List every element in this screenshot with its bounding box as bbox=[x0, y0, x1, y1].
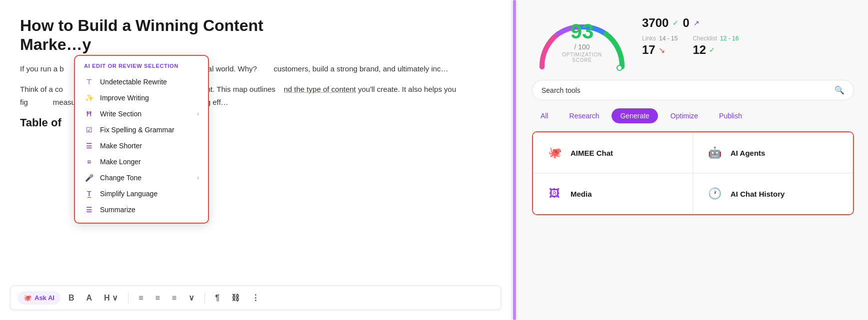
ai-chat-history-label: AI Chat History bbox=[730, 190, 784, 198]
aimee-chat-label: AIMEE Chat bbox=[570, 149, 613, 157]
checklist-trend-icon: ✓ bbox=[709, 46, 715, 54]
stats-row-top: 3700 ✓ 0 ↗ bbox=[642, 16, 854, 30]
tab-optimize[interactable]: Optimize bbox=[662, 108, 706, 123]
write-section-arrow: › bbox=[197, 110, 199, 117]
context-menu: AI Edit or Review Selection ⊤ Undetectab… bbox=[74, 55, 209, 224]
bold-button[interactable]: B bbox=[64, 291, 78, 306]
summarize-icon: ☰ bbox=[84, 206, 94, 214]
zero-trend-icon: ↗ bbox=[694, 19, 700, 27]
aimee-chat-icon: 🐙 bbox=[546, 144, 564, 162]
bottom-toolbar: 🐙 Ask AI B A H ∨ ≡ ≡ ≡ ∨ ¶ ⛓ ⋮ bbox=[10, 286, 501, 310]
tab-generate[interactable]: Generate bbox=[612, 108, 658, 123]
tool-ai-chat-history[interactable]: 🕐 AI Chat History bbox=[693, 173, 853, 214]
ask-ai-label: Ask AI bbox=[34, 294, 54, 302]
stat-links: Links 14 - 15 17 ↘ bbox=[642, 35, 678, 57]
article-title: How to Build a Winning Content Marke…y bbox=[20, 16, 491, 54]
improve-icon: ✨ bbox=[84, 94, 94, 102]
ask-ai-icon: 🐙 bbox=[24, 294, 32, 302]
menu-label-undetectable-rewrite: Undetectable Rewrite bbox=[100, 78, 167, 86]
menu-label-fix-spelling: Fix Spelling & Grammar bbox=[100, 126, 174, 134]
words-value: 3700 bbox=[642, 16, 668, 30]
menu-item-simplify[interactable]: T̲ Simplify Language bbox=[75, 186, 208, 202]
paragraph-button[interactable]: ¶ bbox=[211, 291, 224, 306]
align-left-button[interactable]: ≡ bbox=[134, 291, 147, 306]
toolbar-divider-1 bbox=[128, 293, 128, 304]
more-button[interactable]: ⋮ bbox=[248, 290, 264, 306]
score-denominator: / 100 bbox=[557, 43, 607, 51]
heading-label: H bbox=[104, 294, 110, 302]
score-area: 93 / 100 Optimization Score 3700 ✓ 0 ↗ bbox=[532, 12, 854, 72]
menu-item-make-longer[interactable]: ≡ Make Longer bbox=[75, 154, 208, 170]
tab-publish[interactable]: Publish bbox=[710, 108, 750, 123]
tone-icon: 🎤 bbox=[84, 174, 94, 182]
links-checklist-row: Links 14 - 15 17 ↘ Checklist 12 - 16 12 bbox=[642, 35, 854, 57]
simplify-icon: T̲ bbox=[84, 190, 94, 198]
heading-button[interactable]: H ∨ bbox=[100, 290, 122, 306]
panel-resize-handle[interactable] bbox=[513, 0, 516, 320]
menu-item-write-section[interactable]: Ħ Write Section › bbox=[75, 106, 208, 122]
rewrite-icon: ⊤ bbox=[84, 78, 94, 86]
align-center-button[interactable]: ≡ bbox=[151, 291, 164, 306]
media-label: Media bbox=[570, 190, 592, 198]
tool-media[interactable]: 🖼 Media bbox=[533, 173, 693, 214]
list-dropdown-button[interactable]: ∨ bbox=[184, 290, 198, 306]
search-icon: 🔍 bbox=[834, 85, 844, 95]
tools-grid: 🐙 AIMEE Chat 🤖 AI Agents 🖼 Media 🕐 AI Ch… bbox=[532, 131, 854, 215]
context-menu-header: AI Edit or Review Selection bbox=[75, 61, 208, 74]
tab-all[interactable]: All bbox=[532, 108, 557, 123]
zero-value: 0 bbox=[682, 16, 689, 30]
shorter-icon: ☰ bbox=[84, 142, 94, 150]
menu-item-make-shorter[interactable]: ☰ Make Shorter bbox=[75, 138, 208, 154]
gauge-score: 93 / 100 Optimization Score bbox=[557, 21, 607, 63]
menu-label-make-shorter: Make Shorter bbox=[100, 142, 142, 150]
tool-ai-agents[interactable]: 🤖 AI Agents bbox=[693, 132, 853, 173]
toolbar-divider-2 bbox=[204, 293, 205, 304]
search-bar[interactable]: 🔍 bbox=[532, 80, 854, 100]
links-trend-icon: ↘ bbox=[658, 45, 665, 55]
checklist-range: 12 - 16 bbox=[720, 35, 738, 42]
checklist-value: 12 bbox=[692, 43, 706, 57]
menu-item-undetectable-rewrite[interactable]: ⊤ Undetectable Rewrite bbox=[75, 74, 208, 90]
ai-chat-history-icon: 🕐 bbox=[706, 185, 724, 203]
tool-aimee-chat[interactable]: 🐙 AIMEE Chat bbox=[533, 132, 693, 173]
menu-item-fix-spelling[interactable]: ☑ Fix Spelling & Grammar bbox=[75, 122, 208, 138]
ai-agents-icon: 🤖 bbox=[706, 144, 724, 162]
right-panel: 93 / 100 Optimization Score 3700 ✓ 0 ↗ bbox=[518, 0, 868, 320]
gauge-container: 93 / 100 Optimization Score bbox=[532, 12, 632, 72]
menu-label-improve-writing: Improve Writing bbox=[100, 94, 149, 102]
change-tone-arrow: › bbox=[197, 174, 199, 181]
menu-label-make-longer: Make Longer bbox=[100, 158, 141, 166]
font-size-button[interactable]: A bbox=[82, 291, 96, 306]
font-size-label: A bbox=[86, 294, 92, 302]
ai-agents-label: AI Agents bbox=[730, 149, 765, 157]
svg-point-0 bbox=[617, 65, 622, 70]
tab-research[interactable]: Research bbox=[561, 108, 608, 123]
search-input[interactable] bbox=[542, 86, 830, 94]
stat-checklist: Checklist 12 - 16 12 ✓ bbox=[692, 35, 738, 57]
menu-label-change-tone: Change Tone bbox=[100, 174, 142, 182]
score-stats: 3700 ✓ 0 ↗ Links 14 - 15 17 ↘ bbox=[642, 12, 854, 57]
links-value: 17 bbox=[642, 43, 656, 57]
ask-ai-button[interactable]: 🐙 Ask AI bbox=[18, 291, 60, 305]
links-range: 14 - 15 bbox=[659, 35, 678, 42]
filter-tabs: All Research Generate Optimize Publish bbox=[532, 108, 854, 123]
menu-item-change-tone[interactable]: 🎤 Change Tone › bbox=[75, 170, 208, 186]
left-panel: How to Build a Winning Content Marke…y I… bbox=[0, 0, 511, 320]
link-button[interactable]: ⛓ bbox=[228, 291, 244, 306]
menu-label-simplify: Simplify Language bbox=[100, 190, 158, 198]
menu-item-summarize[interactable]: ☰ Summarize bbox=[75, 202, 208, 218]
score-number: 93 bbox=[557, 21, 607, 42]
words-trend-icon: ✓ bbox=[672, 19, 678, 27]
highlighted-text: nd the type of content bbox=[284, 85, 356, 93]
checklist-label: Checklist bbox=[692, 35, 717, 42]
media-icon: 🖼 bbox=[546, 185, 564, 203]
menu-item-improve-writing[interactable]: ✨ Improve Writing bbox=[75, 90, 208, 106]
menu-label-write-section: Write Section bbox=[100, 110, 142, 118]
score-label: Optimization Score bbox=[557, 52, 607, 63]
menu-label-summarize: Summarize bbox=[100, 206, 136, 214]
fix-icon: ☑ bbox=[84, 126, 94, 134]
longer-icon: ≡ bbox=[84, 158, 94, 166]
heading-dropdown-icon: ∨ bbox=[112, 294, 118, 302]
list-button[interactable]: ≡ bbox=[168, 291, 180, 306]
write-section-icon: Ħ bbox=[84, 110, 94, 118]
